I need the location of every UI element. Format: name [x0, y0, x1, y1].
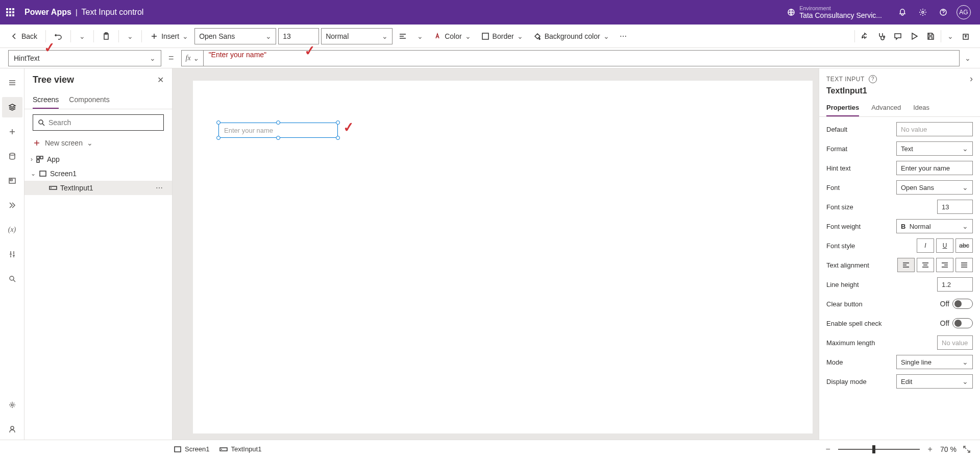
paste-split-button[interactable] — [123, 31, 137, 42]
hamburger-button[interactable] — [2, 73, 22, 93]
tab-components[interactable]: Components — [69, 91, 109, 109]
control-name: TextInput1 — [819, 86, 980, 100]
power-automate-button[interactable] — [2, 195, 22, 215]
resize-handle[interactable] — [216, 120, 220, 125]
align-right-button[interactable] — [936, 258, 953, 272]
data-pane-button[interactable] — [2, 146, 22, 166]
tree-item-label: App — [47, 155, 60, 163]
variables-button[interactable]: (x) — [2, 220, 22, 240]
clear-button-toggle[interactable] — [952, 299, 973, 309]
app-launcher-icon[interactable] — [6, 8, 14, 16]
tree-item-screen[interactable]: ⌄ Screen1 — [24, 166, 172, 181]
font-size-input[interactable]: 13 — [278, 28, 319, 44]
zoom-slider[interactable] — [838, 449, 920, 450]
prop-hint-input[interactable]: Enter your name — [896, 161, 973, 175]
layers-icon — [8, 103, 16, 111]
resize-handle[interactable] — [276, 120, 280, 125]
prop-lineheight-input[interactable]: 1.2 — [937, 277, 973, 292]
environment-picker[interactable]: Environment Tata Consultancy Servic... — [787, 5, 882, 19]
help-icon[interactable]: ? — [869, 75, 877, 83]
tab-ideas[interactable]: Ideas — [913, 100, 929, 116]
formula-input[interactable]: "Enter your name" — [203, 50, 960, 66]
align-button[interactable] — [395, 30, 411, 42]
resize-handle[interactable] — [336, 136, 340, 140]
paste-button[interactable] — [98, 30, 114, 42]
tree-view-button[interactable] — [2, 97, 22, 117]
property-value: HintText — [14, 54, 40, 62]
status-control[interactable]: TextInput1 — [219, 445, 261, 453]
prop-fontweight-select[interactable]: B Normal — [896, 219, 973, 233]
account-button[interactable]: AG — [953, 2, 974, 22]
align-justify-button[interactable] — [955, 258, 973, 272]
more-commands-button[interactable]: ⋯ — [616, 30, 631, 42]
share-button[interactable] — [857, 30, 873, 42]
fit-to-screen-button[interactable] — [962, 444, 972, 454]
tree-search-input[interactable] — [48, 118, 159, 127]
virtual-agent-button[interactable] — [2, 419, 22, 440]
prop-displaymode-select[interactable]: Edit — [896, 374, 973, 389]
strikethrough-button[interactable]: abc — [955, 238, 973, 253]
tree-search[interactable] — [33, 114, 164, 131]
italic-button[interactable]: I — [917, 238, 934, 253]
zoom-in-button[interactable]: + — [925, 444, 935, 454]
border-button[interactable]: Border — [477, 30, 527, 42]
property-select[interactable]: HintText — [8, 50, 161, 66]
collapse-panel-button[interactable]: › — [970, 74, 973, 84]
new-screen-button[interactable]: New screen — [24, 136, 172, 150]
insert-pane-button[interactable] — [2, 122, 22, 142]
prop-font-select[interactable]: Open Sans — [896, 180, 973, 195]
settings-button[interactable] — [913, 2, 933, 22]
align-left-button[interactable] — [897, 258, 915, 272]
spellcheck-toggle[interactable] — [952, 318, 973, 328]
undo-button[interactable] — [50, 30, 66, 42]
canvas-area[interactable]: Enter your name ✓ — [173, 68, 819, 440]
tree-item-textinput[interactable]: TextInput1 ⋯ — [24, 181, 172, 195]
align-center-button[interactable] — [917, 258, 934, 272]
undo-split-button[interactable] — [75, 31, 89, 42]
back-button[interactable]: Back — [6, 30, 41, 42]
status-screen[interactable]: Screen1 — [174, 445, 209, 453]
save-split-button[interactable] — [943, 31, 958, 42]
font-weight-select[interactable]: Normal — [321, 28, 393, 44]
prop-maxlen-input[interactable]: No value — [937, 335, 973, 350]
advanced-tools-button[interactable] — [2, 244, 22, 264]
insert-button[interactable]: Insert — [146, 30, 192, 42]
underline-button[interactable]: U — [936, 238, 953, 253]
help-button[interactable] — [933, 2, 953, 22]
close-tree-button[interactable]: ✕ — [157, 75, 164, 85]
publish-button[interactable] — [958, 30, 974, 42]
bg-color-button[interactable]: Background color — [529, 30, 614, 42]
zoom-out-button[interactable]: − — [823, 444, 833, 454]
search-button[interactable] — [2, 269, 22, 289]
annotation-check: ✓ — [342, 119, 355, 136]
tab-advanced[interactable]: Advanced — [871, 100, 901, 116]
textinput-control[interactable]: Enter your name — [218, 123, 338, 138]
tree-item-more-button[interactable]: ⋯ — [156, 184, 163, 192]
expand-formula-button[interactable] — [960, 50, 976, 66]
media-pane-button[interactable] — [2, 171, 22, 191]
app-icon — [36, 155, 44, 163]
tab-screens[interactable]: Screens — [33, 91, 59, 109]
prop-mode-select[interactable]: Single line — [896, 355, 973, 369]
prop-fontsize-input[interactable]: 13 — [937, 200, 973, 214]
prop-format-select[interactable]: Text — [896, 141, 973, 156]
preview-button[interactable] — [906, 30, 922, 42]
settings-pane-button[interactable] — [2, 395, 22, 415]
align-split-button[interactable] — [413, 31, 427, 42]
svg-rect-5 — [482, 33, 488, 39]
fx-button[interactable]: fx — [181, 50, 203, 66]
font-select[interactable]: Open Sans — [194, 28, 276, 44]
save-button[interactable] — [922, 30, 939, 42]
resize-handle[interactable] — [336, 120, 340, 125]
notifications-button[interactable] — [892, 2, 913, 22]
app-checker-button[interactable] — [873, 30, 890, 42]
tree-item-app[interactable]: › App — [24, 152, 172, 166]
resize-handle[interactable] — [216, 136, 220, 140]
comments-button[interactable] — [890, 30, 906, 42]
color-button[interactable]: Color — [429, 30, 475, 42]
design-canvas[interactable]: Enter your name ✓ — [193, 81, 813, 433]
prop-default-input[interactable]: No value — [896, 122, 973, 136]
tab-properties[interactable]: Properties — [826, 100, 859, 116]
textinput-icon — [49, 184, 57, 192]
resize-handle[interactable] — [276, 136, 280, 140]
